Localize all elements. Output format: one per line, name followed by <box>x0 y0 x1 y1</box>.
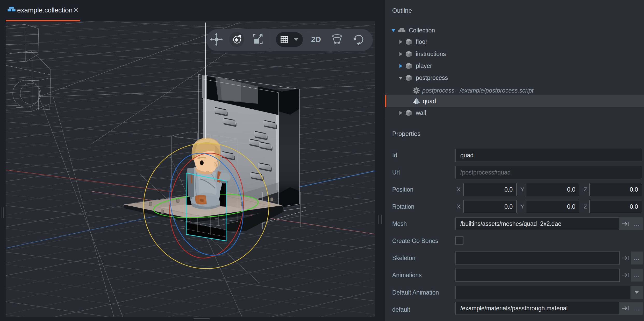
svg-text:2D: 2D <box>311 35 321 44</box>
